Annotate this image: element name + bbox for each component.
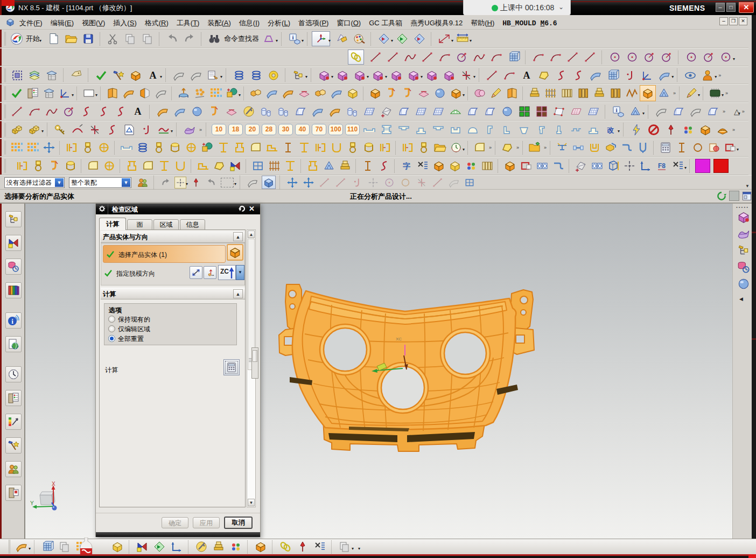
svg-text:Y: Y — [30, 500, 34, 506]
svg-text:XC: XC — [396, 337, 402, 341]
svg-text:X: X — [52, 481, 55, 487]
